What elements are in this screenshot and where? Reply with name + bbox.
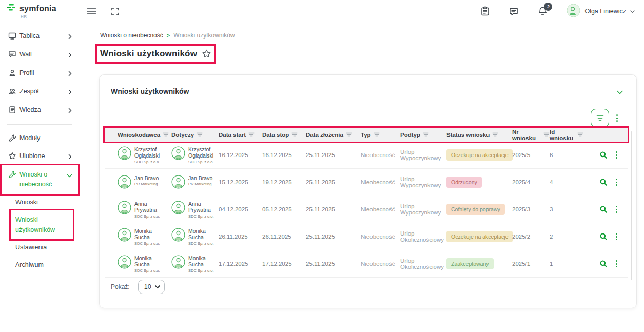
type-cell: Nieobecność [361, 233, 400, 240]
concerns-cell: Anna Prywatna SDC Sp. z o.o. [171, 201, 219, 219]
person-name: Monika Sucha [188, 255, 216, 268]
favorites-icon [8, 152, 16, 160]
column-header[interactable]: Status wniosku [446, 131, 512, 138]
subtype-cell: Urlop Okolicznościowy [400, 230, 446, 243]
sidebar-item-wnioski-o-niebecność[interactable]: Wnioski o niebecność [2, 166, 77, 193]
date-submitted-cell: 25.11.2025 [306, 261, 361, 267]
page-size-select[interactable]: 10 [138, 280, 165, 294]
modules-icon [8, 134, 16, 142]
sidebar-item-ulubione[interactable]: Ulubione [2, 147, 77, 166]
table-menu-button[interactable] [616, 114, 618, 122]
table-row[interactable]: Anna Prywatna SDC Sp. z o.o. Anna Prywat… [105, 196, 628, 223]
breadcrumb-separator: > [167, 32, 170, 38]
applicant-cell: Monika Sucha SDC Sp. z o.o. [118, 228, 171, 246]
sidebar-subitem-archiwum[interactable]: Archiwum [11, 256, 72, 274]
column-header[interactable]: Data stop [262, 131, 306, 138]
sidebar-item-wall[interactable]: Wall [2, 46, 77, 64]
person-org: SDC Sp. z o.o. [134, 241, 168, 246]
sidebar-subitem-ustawienia[interactable]: Ustawienia [11, 239, 72, 256]
table-row[interactable]: Monika Sucha SDC Sp. z o.o. Monika Sucha… [105, 223, 628, 250]
sort-filter-icon[interactable] [423, 132, 429, 138]
table-row[interactable]: Jan Bravo PR Marketing Jan Bravo PR Mark… [105, 169, 628, 196]
sort-filter-icon[interactable] [374, 132, 380, 138]
breadcrumb-link[interactable]: Wnioski o nieobecność [100, 32, 163, 39]
preview-magnifier-icon[interactable] [599, 151, 608, 159]
request-id-cell: 2 [550, 233, 583, 240]
sort-filter-icon[interactable] [543, 132, 550, 138]
table-row[interactable]: Krzysztof Oglądalski SDC Sp. z o.o. Krzy… [105, 142, 628, 169]
row-menu-button[interactable] [616, 260, 617, 267]
filter-button[interactable] [591, 109, 609, 127]
fullscreen-icon[interactable] [111, 7, 120, 16]
column-header[interactable]: Typ [361, 131, 400, 138]
person-name: Anna Prywatna [188, 201, 216, 213]
chat-icon[interactable] [509, 7, 519, 16]
sidebar-item-moduły[interactable]: Moduły [2, 129, 77, 147]
sidebar-subitem-wnioski[interactable]: Wnioski [11, 193, 72, 211]
breadcrumb-current: Wnioski użytkowników [173, 32, 235, 39]
preview-magnifier-icon[interactable] [599, 178, 608, 186]
page-size-value: 10 [144, 283, 151, 290]
row-menu-button[interactable] [616, 151, 617, 159]
favorite-star-icon[interactable] [202, 49, 211, 58]
concerns-cell: Jan Bravo PR Marketing [171, 175, 219, 190]
column-header[interactable]: Id wniosku [550, 129, 583, 141]
sort-filter-icon[interactable] [492, 132, 498, 138]
preview-magnifier-icon[interactable] [599, 260, 608, 268]
top-bar: symfonia HR 2 [0, 0, 644, 23]
sidebar-item-label: Wnioski o niebecność [19, 170, 67, 189]
column-header[interactable]: Data złożenia [306, 131, 361, 138]
status-cell: Odrzucony [446, 177, 512, 188]
sort-filter-icon[interactable] [346, 132, 352, 138]
sidebar-item-label: Moduły [19, 133, 72, 143]
sort-filter-icon[interactable] [163, 132, 169, 138]
sidebar-subitem-wnioski-użytkowników[interactable]: Wnioski użytkowników [11, 211, 72, 239]
logo[interactable]: symfonia HR [0, 4, 80, 19]
requests-card: Wnioski użytkowników WnioskodawcaDotyczy… [99, 74, 637, 308]
chevron-right-icon [68, 32, 72, 42]
user-menu[interactable]: Olga Liniewicz [567, 4, 635, 19]
person-name: Krzysztof Oglądalski [188, 146, 216, 159]
sort-filter-icon[interactable] [197, 132, 203, 138]
sidebar-item-label: Ulubione [19, 151, 68, 161]
applicant-cell: Krzysztof Oglądalski SDC Sp. z o.o. [118, 146, 171, 164]
avatar [118, 146, 131, 161]
column-header-label: Data złożenia [306, 132, 343, 138]
concerns-cell: Krzysztof Oglądalski SDC Sp. z o.o. [171, 146, 219, 164]
clipboard-icon[interactable] [480, 6, 490, 16]
request-id-cell: 3 [550, 206, 583, 212]
person-org: SDC Sp. z o.o. [188, 214, 216, 219]
sort-filter-icon[interactable] [248, 132, 255, 138]
table-row[interactable]: Monika Sucha SDC Sp. z o.o. Monika Sucha… [105, 250, 628, 278]
preview-magnifier-icon[interactable] [599, 232, 608, 241]
column-header[interactable]: Data start [219, 131, 262, 138]
chevron-down-icon [67, 171, 72, 180]
sidebar-item-zespół[interactable]: Zespół [2, 83, 77, 101]
notifications-bell-icon[interactable]: 2 [537, 6, 548, 17]
column-header[interactable]: Dotyczy [171, 131, 219, 138]
status-badge: Oczekuje na akceptacje [446, 149, 513, 161]
applicant-cell: Anna Prywatna SDC Sp. z o.o. [118, 201, 171, 219]
column-header[interactable]: Podtyp [400, 131, 446, 138]
sidebar-item-tablica[interactable]: Tablica [2, 27, 77, 46]
sidebar-item-profil[interactable]: Profil [2, 64, 77, 83]
collapse-chevron-icon[interactable] [617, 87, 623, 96]
row-menu-button[interactable] [616, 233, 617, 240]
row-menu-button[interactable] [616, 179, 617, 186]
table-scrollbar[interactable] [631, 131, 632, 280]
applicant-cell: Jan Bravo PR Marketing [118, 175, 171, 190]
sort-filter-icon[interactable] [577, 132, 583, 138]
page-title: Wnioski użytkowników [100, 49, 197, 59]
column-header-label: Status wniosku [446, 132, 490, 138]
sidebar-item-wiedza[interactable]: Wiedza [2, 101, 77, 120]
sort-filter-icon[interactable] [291, 132, 298, 138]
preview-magnifier-icon[interactable] [599, 205, 608, 213]
hamburger-icon[interactable] [87, 7, 96, 15]
person-org: SDC Sp. z o.o. [134, 160, 168, 164]
column-header[interactable]: Wnioskodawca [118, 131, 171, 138]
brand-sub: HR [21, 14, 56, 19]
row-menu-button[interactable] [616, 206, 617, 213]
avatar [567, 4, 580, 19]
request-id-cell: 1 [550, 261, 583, 267]
column-header[interactable]: Nr wniosku [512, 129, 550, 141]
